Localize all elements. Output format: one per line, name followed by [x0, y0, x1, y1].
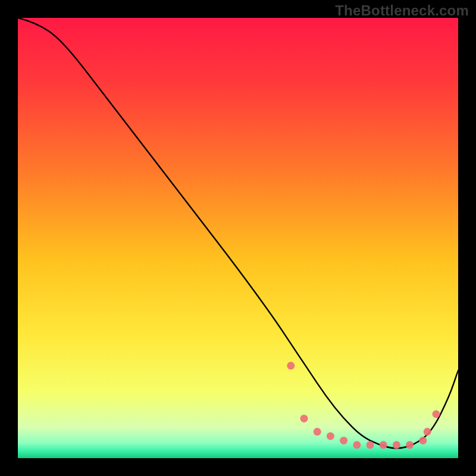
marker-dot: [393, 441, 400, 449]
marker-dot: [367, 441, 374, 449]
marker-dot: [314, 428, 321, 436]
marker-dot: [406, 441, 414, 449]
marker-dot: [433, 411, 440, 418]
plot-area: [18, 18, 458, 458]
marker-dot: [424, 428, 431, 436]
marker-dot: [340, 437, 347, 444]
watermark-text: TheBottleneck.com: [335, 2, 469, 19]
marker-dot: [380, 441, 387, 449]
marker-dot: [419, 437, 427, 444]
chart-svg: [18, 18, 458, 458]
marker-dot: [300, 415, 308, 422]
marker-dot: [327, 433, 334, 440]
gradient-background: [18, 18, 458, 458]
chart-frame: TheBottleneck.com: [0, 0, 476, 476]
marker-dot: [353, 441, 361, 449]
marker-dot: [287, 362, 295, 369]
